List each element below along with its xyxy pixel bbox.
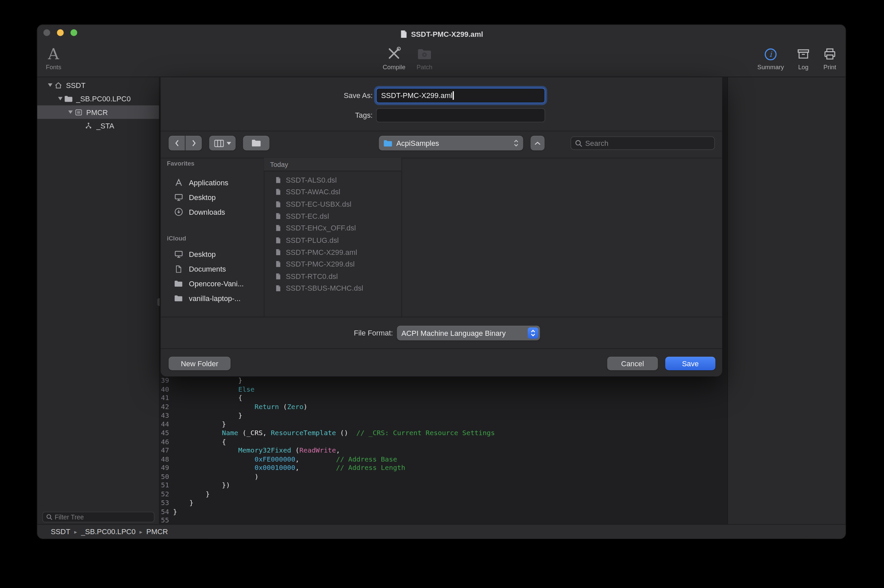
screen: SSDT-PMC-X299.aml A Fonts Compile Patch <box>0 0 884 588</box>
folder-icon <box>174 294 185 302</box>
breadcrumb-item-pmcr[interactable]: PMCR <box>146 528 168 536</box>
code-line: 40 Else <box>160 385 495 394</box>
code-text: }) <box>173 481 230 490</box>
file-item-ssdt-rtc0-dsl[interactable]: SSDT-RTC0.dsl <box>264 270 402 282</box>
file-item-ssdt-sbus-mchc-dsl[interactable]: SSDT-SBUS-MCHC.dsl <box>264 282 402 294</box>
editor-side-pane <box>727 77 846 524</box>
sidebar-item-downloads[interactable]: Downloads <box>161 205 264 219</box>
filter-tree-field[interactable]: Filter Tree <box>42 512 154 522</box>
document-icon <box>275 273 283 280</box>
file-item-ssdt-ec-dsl[interactable]: SSDT-EC.dsl <box>264 210 402 222</box>
location-popup[interactable]: AcpiSamples <box>379 136 523 150</box>
save-as-label: Save As: <box>302 88 372 103</box>
file-item-ssdt-ec-usbx-dsl[interactable]: SSDT-EC-USBX.dsl <box>264 198 402 210</box>
file-item-ssdt-pmc-x299-dsl[interactable]: SSDT-PMC-X299.dsl <box>264 258 402 270</box>
fonts-label: Fonts <box>46 63 61 70</box>
search-field[interactable]: Search <box>570 136 715 150</box>
sidebar-item-applications[interactable]: Applications <box>161 175 264 190</box>
document-icon <box>275 224 283 232</box>
cancel-button[interactable]: Cancel <box>607 357 658 370</box>
patch-icon <box>417 45 432 63</box>
code-text: 0x00010000, // Address Length <box>173 464 405 472</box>
parent-folder-button[interactable] <box>530 136 544 150</box>
log-label: Log <box>798 63 809 70</box>
code-line: 43 } <box>160 411 495 420</box>
code-text: { <box>173 438 226 446</box>
line-number: 43 <box>160 411 173 420</box>
file-name: SSDT-AWAC.dsl <box>286 188 340 196</box>
save-button[interactable]: Save <box>665 357 715 370</box>
breadcrumb-item-sb-pc00-lpc0[interactable]: _SB.PC00.LPC0 <box>81 528 135 536</box>
disclosure-triangle-icon[interactable] <box>46 83 54 87</box>
breadcrumb: SSDT▸_SB.PC00.LPC0▸PMCR <box>51 528 168 536</box>
device-icon <box>74 108 85 116</box>
document-icon <box>275 177 283 184</box>
file-item-ssdt-ehcx-off-dsl[interactable]: SSDT-EHCx_OFF.dsl <box>264 222 402 234</box>
folder-icon <box>174 280 185 287</box>
summary-button[interactable]: i Summary <box>758 45 784 70</box>
file-item-ssdt-als0-dsl[interactable]: SSDT-ALS0.dsl <box>264 174 402 186</box>
tree-item-label: PMCR <box>86 108 108 116</box>
file-format-popup[interactable]: ACPI Machine Language Binary <box>397 326 540 340</box>
tree-item-ssdt[interactable]: SSDT <box>37 78 159 92</box>
line-number: 54 <box>160 507 173 516</box>
view-mode-button[interactable] <box>209 136 236 150</box>
text-cursor <box>453 91 454 100</box>
line-number: 40 <box>160 385 173 394</box>
line-number: 46 <box>160 438 173 446</box>
sidebar-item-documents[interactable]: Documents <box>161 261 264 276</box>
patch-button[interactable]: Patch <box>417 45 432 70</box>
code-lines: 39 }40 Else41 {42 Return (Zero)43 }44 }4… <box>160 376 495 524</box>
breadcrumb-separator: ▸ <box>140 528 142 535</box>
icloud-header: iCloud <box>167 235 186 242</box>
document-icon <box>275 285 283 292</box>
folder-icon <box>251 139 261 147</box>
tree-item-sb-pc00-lpc0[interactable]: _SB.PC00.LPC0 <box>37 92 159 105</box>
line-number: 42 <box>160 403 173 411</box>
code-line: 44 } <box>160 420 495 429</box>
save-as-field[interactable]: SSDT-PMC-X299.aml <box>376 88 545 103</box>
tree-item-pmcr[interactable]: PMCR <box>37 105 159 119</box>
file-item-ssdt-plug-dsl[interactable]: SSDT-PLUG.dsl <box>264 234 402 246</box>
blue-folder-icon <box>383 140 392 147</box>
code-line: 47 Memory32Fixed (ReadWrite, <box>160 446 495 455</box>
tags-field[interactable] <box>376 108 545 122</box>
compile-icon <box>386 45 402 63</box>
save-label: Save <box>682 359 699 368</box>
document-icon <box>275 237 283 244</box>
document-icon <box>400 29 408 38</box>
tree-item-label: _STA <box>96 122 114 130</box>
search-icon <box>46 514 53 520</box>
file-item-ssdt-pmc-x299-aml[interactable]: SSDT-PMC-X299.aml <box>264 246 402 258</box>
folder-icon <box>64 95 75 102</box>
code-line: 39 } <box>160 376 495 385</box>
code-line: 45 Name (_CRS, ResourceTemplate () // _C… <box>160 429 495 438</box>
forward-button[interactable] <box>185 136 202 150</box>
sidebar-item-opencore-vani[interactable]: Opencore-Vani... <box>161 276 264 291</box>
fonts-button[interactable]: A Fonts <box>46 45 61 70</box>
new-folder-button[interactable]: New Folder <box>169 357 231 370</box>
code-line: 54} <box>160 507 495 516</box>
sidebar-item-desktop[interactable]: Desktop <box>161 190 264 205</box>
sidebar-item-label: vanilla-laptop-... <box>189 294 240 302</box>
log-button[interactable]: Log <box>796 45 811 70</box>
folder-view-button[interactable] <box>243 136 269 150</box>
tree-item-sta[interactable]: _STA <box>37 119 159 132</box>
titlebar: SSDT-PMC-X299.aml <box>37 25 845 43</box>
tree-item-label: SSDT <box>66 81 85 89</box>
code-text: } <box>173 376 242 385</box>
disclosure-triangle-icon[interactable] <box>67 110 75 114</box>
divider <box>402 158 402 317</box>
sidebar-item-vanilla-laptop[interactable]: vanilla-laptop-... <box>161 291 264 305</box>
breadcrumb-item-ssdt[interactable]: SSDT <box>51 528 70 536</box>
file-item-ssdt-awac-dsl[interactable]: SSDT-AWAC.dsl <box>264 186 402 198</box>
back-button[interactable] <box>169 136 185 150</box>
downloads-icon <box>174 207 185 216</box>
compile-button[interactable]: Compile <box>383 45 405 70</box>
code-line: 50 ) <box>160 472 495 481</box>
applications-icon <box>174 178 185 187</box>
disclosure-triangle-icon[interactable] <box>56 97 64 100</box>
code-text: Return (Zero) <box>173 403 308 411</box>
print-button[interactable]: Print <box>822 45 837 70</box>
sidebar-item-desktop[interactable]: Desktop <box>161 247 264 261</box>
